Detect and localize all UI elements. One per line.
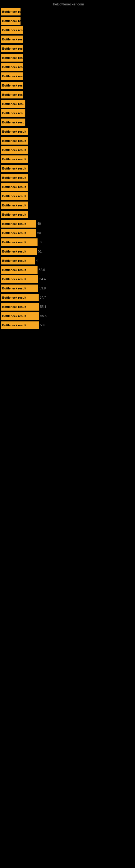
table-row: Bottleneck result bbox=[0, 155, 135, 163]
bottleneck-bar: Bottleneck result bbox=[1, 303, 39, 311]
bar-value: 55.1 bbox=[40, 305, 46, 309]
bar-value: 54.7 bbox=[40, 296, 46, 300]
bar-container: Bottleneck result bbox=[0, 202, 28, 209]
bottleneck-bar: Bottleneck result bbox=[1, 248, 37, 255]
table-row: Bottleneck result52.6 bbox=[0, 266, 135, 274]
bottleneck-bar: Bottleneck res bbox=[1, 35, 23, 43]
site-title: TheBottlenecker.com bbox=[51, 2, 84, 6]
table-row: Bottleneck resu bbox=[0, 99, 135, 108]
table-row: Bottleneck re bbox=[0, 17, 135, 25]
bar-container: Bottleneck result54.7 bbox=[0, 294, 46, 301]
bottleneck-bar: Bottleneck res bbox=[1, 72, 23, 80]
table-row: Bottleneck result49 bbox=[0, 219, 135, 228]
bottleneck-bar: Bottleneck result bbox=[1, 202, 28, 209]
bottleneck-bar: Bottleneck resu bbox=[1, 109, 26, 117]
bottleneck-bar: Bottleneck result bbox=[1, 321, 39, 329]
table-row: Bottleneck res bbox=[0, 35, 135, 44]
bottleneck-bar: Bottleneck res bbox=[1, 82, 23, 89]
bottleneck-bar: Bottleneck result bbox=[1, 257, 35, 265]
bar-container: Bottleneck result55.1 bbox=[0, 303, 46, 311]
bar-value: 49 bbox=[37, 222, 41, 226]
table-row: Bottleneck result bbox=[0, 201, 135, 210]
bar-value: 53.8 bbox=[39, 286, 46, 290]
bar-container: Bottleneck re bbox=[0, 8, 20, 16]
bar-container: Bottleneck result bbox=[0, 137, 28, 145]
bar-container: Bottleneck resu bbox=[0, 119, 26, 126]
bar-container: Bottleneck result55.6 bbox=[0, 312, 46, 320]
header: TheBottlenecker.com bbox=[0, 0, 135, 7]
bar-container: Bottleneck result bbox=[0, 183, 28, 191]
bar-container: Bottleneck result53.6 bbox=[0, 321, 46, 329]
bar-value: 53.6 bbox=[40, 323, 46, 327]
bottleneck-bar: Bottleneck res bbox=[1, 63, 23, 71]
table-row: Bottleneck result54.4 bbox=[0, 275, 135, 283]
bar-value: 4 bbox=[36, 259, 38, 262]
bar-container: Bottleneck resu bbox=[0, 109, 26, 117]
bar-container: Bottleneck res bbox=[0, 72, 23, 80]
table-row: Bottleneck result55.6 bbox=[0, 312, 135, 320]
table-row: Bottleneck result bbox=[0, 173, 135, 182]
bar-container: Bottleneck res bbox=[0, 63, 23, 71]
table-row: Bottleneck result bbox=[0, 192, 135, 200]
bar-container: Bottleneck result49 bbox=[0, 220, 41, 227]
bar-container: Bottleneck result bbox=[0, 155, 28, 163]
table-row: Bottleneck res bbox=[0, 90, 135, 99]
bottleneck-bar: Bottleneck result bbox=[1, 174, 28, 182]
bar-container: Bottleneck result50 bbox=[0, 229, 41, 237]
table-row: Bottleneck result52. bbox=[0, 238, 135, 247]
bottleneck-bar: Bottleneck res bbox=[1, 45, 23, 52]
bar-value: 51. bbox=[38, 250, 43, 253]
bar-container: Bottleneck res bbox=[0, 91, 23, 98]
bar-value: 55.6 bbox=[40, 314, 46, 318]
table-row: Bottleneck result bbox=[0, 127, 135, 136]
bottleneck-bar: Bottleneck result bbox=[1, 284, 38, 292]
bar-container: Bottleneck result53.8 bbox=[0, 284, 46, 292]
table-row: Bottleneck result51. bbox=[0, 247, 135, 256]
bar-value: 54.4 bbox=[39, 277, 46, 281]
bottleneck-bar: Bottleneck re bbox=[1, 17, 20, 25]
table-row: Bottleneck result bbox=[0, 164, 135, 173]
bar-container: Bottleneck result bbox=[0, 192, 28, 200]
table-row: Bottleneck result53.6 bbox=[0, 321, 135, 330]
table-row: Bottleneck res bbox=[0, 81, 135, 90]
bottleneck-bar: Bottleneck result bbox=[1, 266, 38, 274]
bottleneck-bar: Bottleneck result bbox=[1, 192, 28, 200]
bar-container: Bottleneck res bbox=[0, 82, 23, 89]
bar-container: Bottleneck result bbox=[0, 146, 28, 154]
bottleneck-bar: Bottleneck result bbox=[1, 294, 39, 301]
bottleneck-bar: Bottleneck re bbox=[1, 8, 20, 16]
table-row: Bottleneck res bbox=[0, 63, 135, 71]
table-row: Bottleneck resu bbox=[0, 118, 135, 127]
bar-container: Bottleneck result54.4 bbox=[0, 275, 46, 283]
bar-container: Bottleneck res bbox=[0, 35, 23, 43]
bar-container: Bottleneck result52.6 bbox=[0, 266, 45, 274]
bar-container: Bottleneck res bbox=[0, 54, 23, 62]
bar-container: Bottleneck result bbox=[0, 174, 28, 182]
bar-value: 50 bbox=[37, 231, 41, 235]
chart-container: Bottleneck reBottleneck reBottleneck res… bbox=[0, 7, 135, 330]
bar-container: Bottleneck result51. bbox=[0, 248, 43, 255]
table-row: Bottleneck resu bbox=[0, 109, 135, 118]
bottleneck-bar: Bottleneck resu bbox=[1, 100, 26, 108]
bar-container: Bottleneck res bbox=[0, 26, 23, 34]
bottleneck-bar: Bottleneck res bbox=[1, 91, 23, 98]
bottleneck-bar: Bottleneck resu bbox=[1, 119, 26, 126]
bottleneck-bar: Bottleneck result bbox=[1, 137, 28, 145]
bottleneck-bar: Bottleneck result bbox=[1, 275, 38, 283]
table-row: Bottleneck res bbox=[0, 26, 135, 34]
bar-container: Bottleneck res bbox=[0, 45, 23, 52]
bottleneck-bar: Bottleneck result bbox=[1, 239, 38, 246]
table-row: Bottleneck result4 bbox=[0, 256, 135, 265]
bottleneck-bar: Bottleneck result bbox=[1, 183, 28, 191]
bar-container: Bottleneck re bbox=[0, 17, 20, 25]
bar-container: Bottleneck result bbox=[0, 128, 28, 135]
bottleneck-bar: Bottleneck result bbox=[1, 220, 36, 227]
bar-container: Bottleneck result4 bbox=[0, 257, 38, 265]
bar-value: 52.6 bbox=[39, 268, 45, 272]
table-row: Bottleneck result54.7 bbox=[0, 293, 135, 302]
bottleneck-bar: Bottleneck res bbox=[1, 26, 23, 34]
bottleneck-bar: Bottleneck result bbox=[1, 155, 28, 163]
table-row: Bottleneck res bbox=[0, 72, 135, 81]
bar-container: Bottleneck result bbox=[0, 211, 28, 218]
bottleneck-bar: Bottleneck res bbox=[1, 54, 23, 62]
